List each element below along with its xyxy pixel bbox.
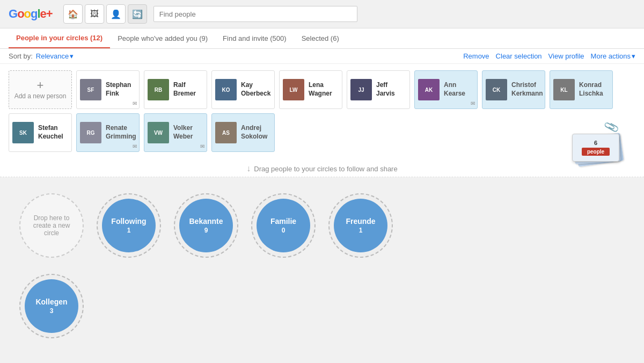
- familie-name: Familie: [270, 217, 296, 226]
- avatar-renate-grimming: RG: [80, 122, 101, 143]
- person-name-ann-kearse: Ann Kearse: [444, 81, 474, 98]
- add-person-button[interactable]: + Add a new person: [9, 70, 72, 109]
- kollegen-container: Kollegen 3: [19, 274, 84, 338]
- person-card-volker-weber[interactable]: VWVolker Weber✉: [144, 113, 207, 152]
- person-info-renate-grimming: Renate Grimming: [106, 124, 136, 141]
- badge-container: 6 people 📎: [572, 124, 631, 166]
- email-icon-volker-weber: ✉: [200, 143, 204, 149]
- familie-container: Familie 0: [251, 193, 316, 258]
- following-circle[interactable]: Following 1: [102, 199, 156, 252]
- person-card-jeff-jarvis[interactable]: JJJeff Jarvis: [347, 70, 410, 109]
- person-card-renate-grimming[interactable]: RGRenate Grimming✉: [76, 113, 140, 152]
- familie-count: 0: [282, 227, 286, 234]
- bottom-circles: Kollegen 3: [9, 274, 635, 338]
- tab-find-invite[interactable]: Find and invite (500): [215, 29, 294, 48]
- bekannte-circle[interactable]: Bekannte 9: [179, 199, 233, 252]
- following-name: Following: [111, 217, 146, 226]
- person-card-konrad-lischka[interactable]: KLKonrad Lischka: [550, 70, 613, 109]
- freunde-circle-outer[interactable]: Freunde 1: [328, 193, 393, 258]
- email-icon-renate-grimming: ✉: [133, 143, 137, 149]
- person-info-christof-kerkmann: Christof Kerkmann: [511, 81, 541, 98]
- avatar-ann-kearse: AK: [418, 79, 440, 100]
- freunde-circle[interactable]: Freunde 1: [334, 199, 387, 252]
- kollegen-name: Kollegen: [35, 297, 67, 306]
- person-info-ann-kearse: Ann Kearse: [444, 81, 474, 98]
- people-section: + Add a new person SFStephan Fink✉RBRalf…: [0, 64, 644, 177]
- email-icon-stephan-fink: ✉: [133, 100, 137, 106]
- avatar-christof-kerkmann: CK: [486, 79, 507, 100]
- drag-arrow-icon: ↓: [246, 164, 251, 173]
- bekannte-count: 9: [204, 227, 208, 234]
- person-card-ann-kearse[interactable]: AKAnn Kearse✉: [414, 70, 478, 109]
- avatar-stephan-fink: SF: [80, 79, 101, 100]
- person-info-stephan-fink: Stephan Fink: [106, 81, 136, 98]
- person-info-jeff-jarvis: Jeff Jarvis: [376, 81, 406, 98]
- more-actions-link[interactable]: More actions ▾: [591, 52, 635, 60]
- person-name-stephan-fink: Stephan Fink: [106, 81, 136, 98]
- kollegen-circle[interactable]: Kollegen 3: [25, 279, 78, 333]
- person-info-andrej-sokolow: Andrej Sokolow: [241, 124, 271, 141]
- person-card-stefan-keuchel[interactable]: SKStefan Keuchel: [9, 113, 72, 152]
- sort-label: Sort by:: [9, 52, 33, 60]
- freunde-count: 1: [359, 227, 363, 234]
- avatar-stefan-keuchel: SK: [12, 122, 34, 143]
- avatar-andrej-sokolow: AS: [215, 122, 237, 143]
- people-grid: + Add a new person SFStephan Fink✉RBRalf…: [9, 70, 635, 152]
- person-card-ralf-bremer[interactable]: RBRalf Bremer: [144, 70, 207, 109]
- person-name-ralf-bremer: Ralf Bremer: [173, 81, 203, 98]
- person-info-stefan-keuchel: Stefan Keuchel: [38, 124, 68, 141]
- person-name-stefan-keuchel: Stefan Keuchel: [38, 124, 68, 141]
- familie-circle-outer[interactable]: Familie 0: [251, 193, 316, 258]
- freunde-container: Freunde 1: [328, 193, 393, 258]
- drag-area: ↓ Drag people to your circles to follow …: [0, 158, 644, 177]
- freunde-name: Freunde: [346, 217, 375, 226]
- person-name-konrad-lischka: Konrad Lischka: [579, 81, 609, 98]
- person-name-lena-wagner: Lena Wagner: [309, 81, 339, 98]
- drop-zone-label: Drop here to create a new circle: [20, 209, 83, 242]
- sort-by: Sort by: Relevance ▾: [9, 52, 74, 60]
- person-name-volker-weber: Volker Weber: [173, 124, 203, 141]
- avatar-konrad-lischka: KL: [553, 79, 575, 100]
- following-container: Following 1: [97, 193, 161, 258]
- tab-selected[interactable]: Selected (6): [294, 29, 347, 48]
- person-name-jeff-jarvis: Jeff Jarvis: [376, 81, 406, 98]
- plus-icon: +: [37, 79, 44, 91]
- search-input[interactable]: [153, 6, 357, 22]
- bekannte-name: Bekannte: [189, 217, 223, 226]
- person-info-kay-oberbeck: Kay Oberbeck: [241, 81, 271, 98]
- person-card-stephan-fink[interactable]: SFStephan Fink✉: [76, 70, 140, 109]
- avatar-kay-oberbeck: KO: [215, 79, 237, 100]
- person-info-ralf-bremer: Ralf Bremer: [173, 81, 203, 98]
- toolbar: Sort by: Relevance ▾ Remove Clear select…: [0, 49, 644, 64]
- person-name-andrej-sokolow: Andrej Sokolow: [241, 124, 271, 141]
- email-icon-ann-kearse: ✉: [471, 100, 475, 106]
- home-nav-button[interactable]: 🏠: [63, 4, 83, 24]
- person-card-andrej-sokolow[interactable]: ASAndrej Sokolow: [211, 113, 275, 152]
- photos-nav-button[interactable]: 🖼: [85, 4, 104, 24]
- view-profile-link[interactable]: View profile: [548, 52, 584, 60]
- person-card-kay-oberbeck[interactable]: KOKay Oberbeck: [211, 70, 275, 109]
- drag-text: Drag people to your circles to follow an…: [254, 165, 397, 173]
- header: Google+ 🏠 🖼 👤 🔄: [0, 0, 644, 28]
- nav-icons: 🏠 🖼 👤 🔄: [63, 4, 147, 24]
- tab-in-circles[interactable]: People in your circles (12): [9, 28, 110, 48]
- kollegen-circle-outer[interactable]: Kollegen 3: [19, 274, 84, 338]
- person-info-lena-wagner: Lena Wagner: [309, 81, 339, 98]
- person-card-lena-wagner[interactable]: LWLena Wagner: [279, 70, 342, 109]
- action-links: Remove Clear selection View profile More…: [463, 52, 635, 60]
- tab-added-you[interactable]: People who've added you (9): [110, 29, 215, 48]
- bekannte-container: Bekannte 9: [174, 193, 238, 258]
- profile-nav-button[interactable]: 👤: [106, 4, 126, 24]
- person-info-konrad-lischka: Konrad Lischka: [579, 81, 609, 98]
- drop-zone-circle[interactable]: Drop here to create a new circle: [19, 193, 84, 258]
- familie-circle[interactable]: Familie 0: [257, 199, 310, 252]
- person-name-renate-grimming: Renate Grimming: [106, 124, 136, 141]
- clear-selection-link[interactable]: Clear selection: [496, 52, 542, 60]
- remove-link[interactable]: Remove: [463, 52, 489, 60]
- following-circle-outer[interactable]: Following 1: [97, 193, 161, 258]
- avatar-volker-weber: VW: [148, 122, 169, 143]
- person-card-christof-kerkmann[interactable]: CKChristof Kerkmann: [482, 70, 545, 109]
- sort-dropdown[interactable]: Relevance ▾: [36, 52, 74, 60]
- circles-nav-button[interactable]: 🔄: [128, 4, 147, 24]
- bekannte-circle-outer[interactable]: Bekannte 9: [174, 193, 238, 258]
